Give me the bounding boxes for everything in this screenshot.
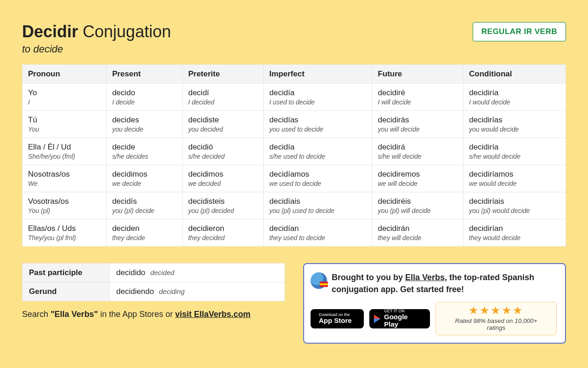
verb-name: Decidir: [22, 22, 78, 41]
future-form: decidiremos: [378, 170, 420, 178]
pronoun-gloss: You (pl): [28, 207, 101, 214]
imperfect-form: decidía: [269, 88, 294, 97]
imperfect-gloss: we used to decide: [269, 180, 366, 187]
future-gloss: they will decide: [378, 234, 458, 242]
preterite-form: decidí: [188, 88, 209, 97]
conditional-gloss: you would decide: [469, 126, 560, 133]
rating-text: Rated 98% based on 10,000+ ratings: [445, 317, 547, 331]
gerund: decidiendo: [116, 287, 154, 296]
future-form: decidiréis: [378, 197, 411, 206]
pronoun: Ella / Él / Ud: [28, 143, 71, 151]
conditional-gloss: you (pl) would decide: [469, 207, 560, 214]
preterite-gloss: I decided: [188, 98, 258, 106]
table-row: TúYoudecidesyou decidedecidisteyou decid…: [23, 111, 566, 138]
preterite-form: decidieron: [188, 224, 224, 233]
pronoun-gloss: They/you (pl fml): [28, 234, 101, 242]
future-form: decidirán: [378, 224, 409, 233]
rating-box: ★★★★★ Rated 98% based on 10,000+ ratings: [435, 302, 557, 335]
promo-text: Brought to you by Ella Verbs, the top-ra…: [332, 271, 557, 295]
conditional-gloss: we would decide: [469, 180, 560, 187]
imperfect-gloss: I used to decide: [269, 98, 366, 106]
future-gloss: I will decide: [378, 98, 458, 106]
present-gloss: you (pl) decide: [112, 207, 177, 214]
column-header: Present: [107, 65, 183, 84]
preterite-gloss: you (pl) decided: [188, 207, 258, 214]
google-play-badge[interactable]: GET IT ON Google Play: [369, 309, 430, 328]
imperfect-gloss: s/he used to decide: [269, 153, 366, 160]
preterite-form: decidiste: [188, 115, 219, 124]
column-header: Conditional: [464, 65, 566, 84]
conditional-gloss: I would decide: [469, 98, 560, 106]
conditional-form: decidiría: [469, 143, 498, 151]
present-form: decides: [112, 115, 139, 124]
promo-box: Brought to you by Ella Verbs, the top-ra…: [303, 263, 566, 344]
conditional-form: decidirías: [469, 115, 503, 124]
table-row: Ellas/os / UdsThey/you (pl fml)decidenth…: [23, 219, 566, 247]
past-participle-gloss: decided: [150, 269, 175, 276]
past-participle-label: Past participle: [23, 264, 110, 282]
pronoun: Nosotras/os: [28, 170, 70, 178]
present-gloss: s/he decides: [112, 153, 177, 160]
present-gloss: they decide: [112, 234, 177, 242]
column-header: Preterite: [182, 65, 264, 84]
conditional-form: decidiría: [469, 88, 498, 97]
extra-forms-table: Past participle decidido decided Gerund …: [22, 263, 285, 301]
table-row: Nosotras/osWedecidimoswe decidedecidimos…: [23, 165, 566, 192]
pronoun-gloss: She/he/you (fml): [28, 153, 101, 160]
imperfect-form: decidías: [269, 115, 298, 124]
past-participle: decidido: [116, 268, 145, 277]
present-gloss: I decide: [112, 98, 177, 106]
conditional-gloss: s/he would decide: [469, 153, 560, 160]
present-form: decidimos: [112, 170, 147, 178]
present-gloss: we decide: [112, 180, 177, 187]
page-title: Decidir Conjugation: [22, 22, 171, 41]
future-gloss: s/he will decide: [378, 153, 458, 160]
preterite-form: decidisteis: [188, 197, 225, 206]
imperfect-form: decidía: [269, 143, 294, 151]
conditional-form: decidiríamos: [469, 170, 513, 178]
pronoun-gloss: You: [28, 126, 101, 133]
verb-translation: to decide: [22, 43, 171, 55]
promo-link[interactable]: Ella Verbs: [405, 273, 445, 282]
pronoun: Ellas/os / Uds: [28, 224, 76, 233]
column-header: Future: [372, 65, 464, 84]
preterite-gloss: s/he decided: [188, 153, 258, 160]
conditional-gloss: they would decide: [469, 234, 560, 242]
app-icon: [311, 272, 327, 289]
imperfect-form: decidíais: [269, 197, 300, 206]
present-form: decide: [112, 143, 135, 151]
future-gloss: you will decide: [378, 126, 458, 133]
future-form: decidiré: [378, 88, 405, 97]
table-row: YoIdecidoI decidedecidíI decideddecidíaI…: [23, 84, 566, 111]
conjugation-table: PronounPresentPreteriteImperfectFutureCo…: [22, 64, 566, 247]
present-form: deciden: [112, 224, 140, 233]
table-row: Ella / Él / UdShe/he/you (fml)decides/he…: [23, 138, 566, 165]
pronoun: Tú: [28, 115, 37, 124]
imperfect-gloss: you used to decide: [269, 126, 366, 133]
search-hint: Search "Ella Verbs" in the App Stores or…: [22, 310, 285, 319]
conditional-form: decidiríais: [469, 197, 504, 206]
imperfect-gloss: you (pl) used to decide: [269, 207, 366, 214]
google-play-icon: [374, 315, 380, 323]
preterite-gloss: you decided: [188, 126, 258, 133]
present-gloss: you decide: [112, 126, 177, 133]
table-row: Vosotras/osYou (pl)decidísyou (pl) decid…: [23, 192, 566, 219]
conditional-form: decidirían: [469, 224, 503, 233]
future-gloss: we will decide: [378, 180, 458, 187]
future-form: decidirás: [378, 115, 409, 124]
app-store-badge[interactable]: Download on the App Store: [311, 309, 364, 328]
column-header: Pronoun: [23, 65, 107, 84]
gerund-gloss: deciding: [159, 288, 185, 295]
title-tail: Conjugation: [83, 22, 171, 41]
column-header: Imperfect: [264, 65, 372, 84]
present-form: decido: [112, 88, 135, 97]
pronoun-gloss: I: [28, 98, 101, 106]
future-form: decidirá: [378, 143, 405, 151]
preterite-gloss: we decided: [188, 180, 258, 187]
verb-type-badge: REGULAR IR VERB: [473, 22, 566, 41]
imperfect-gloss: they used to decide: [269, 234, 366, 242]
pronoun: Vosotras/os: [28, 197, 69, 206]
gerund-label: Gerund: [23, 282, 110, 301]
visit-link[interactable]: visit EllaVerbs.com: [175, 310, 250, 319]
preterite-form: decidimos: [188, 170, 224, 178]
